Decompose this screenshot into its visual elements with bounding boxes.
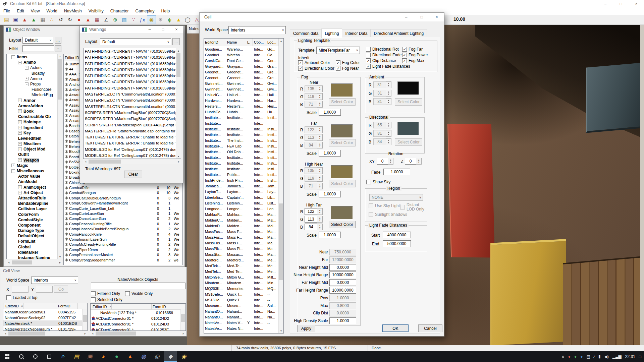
objects-filter-input[interactable] — [91, 283, 185, 289]
select-color-button[interactable]: Select Color — [329, 98, 356, 106]
fog-field-input[interactable]: 0.0000 — [329, 264, 356, 271]
cell-row[interactable]: Institute... Old Rob... Inte... Insti... — [204, 149, 283, 155]
tree-item[interactable]: Instance Naming — [7, 255, 57, 259]
color-b-spinner[interactable]: 31▲▼ — [373, 98, 391, 105]
cell-row[interactable]: Graygard... Graygar... Inte... Gra... — [204, 63, 283, 69]
cell-row[interactable]: NatesVe... Nates V... Y Inte... -- — [204, 320, 283, 325]
tree-item[interactable]: ColorForm — [7, 212, 57, 217]
cells-vscrollbar[interactable] — [82, 309, 87, 331]
menu-item[interactable]: NavMesh — [61, 9, 85, 13]
tree-item[interactable]: CombatStyle — [7, 217, 57, 223]
tab[interactable]: Lighting — [321, 28, 342, 38]
tree-item[interactable]: IdleMarker — [7, 250, 57, 255]
sunlight-shadows-checkbox[interactable]: Sunlight Shadows — [369, 212, 407, 217]
inherit-checkbox[interactable]: Fog Color — [336, 60, 360, 65]
cell-row[interactable]: MedTek... Med-Te... Inte... Me... — [204, 268, 283, 274]
menu-item[interactable]: Character — [107, 9, 132, 13]
hidden-icons-caret[interactable]: ∧ — [561, 355, 565, 359]
cortana-icon[interactable] — [28, 351, 42, 362]
cell-row[interactable]: Libertalia... Captain'... Inte... Lib... — [204, 194, 283, 200]
network-icon[interactable]: ▂▄▆ — [612, 355, 622, 359]
tree-item[interactable]: + Key — [7, 130, 57, 136]
warning-row[interactable]: PATHFINDING:<CURRENT> NAVM " (01016359)N… — [84, 67, 175, 73]
fog-r-spinner[interactable]: 135▲▼ — [305, 167, 323, 174]
close-icon[interactable]: × — [429, 13, 444, 21]
cell-row[interactable]: NahantO... Nahant... Inte... Na... — [204, 308, 283, 314]
objects-hscrollbar[interactable]: ◄ ► — [90, 331, 186, 336]
inherit-checkbox[interactable]: Fog Near — [336, 66, 360, 71]
maximize-icon[interactable]: □ — [156, 26, 170, 33]
tree-item[interactable]: + Holotape — [7, 119, 57, 125]
edge-icon[interactable]: e — [56, 351, 70, 362]
fog-g-spinner[interactable]: 119▲▼ — [305, 175, 323, 182]
object-list-row[interactable]: CompCaitDoubleBarrelShotgun 0 3 We — [64, 195, 182, 200]
minimize-icon[interactable]: – — [143, 26, 156, 33]
tree-item[interactable]: Damage Type — [7, 228, 57, 233]
version-control-red-icon[interactable]: ▲ — [20, 15, 29, 24]
layout-select[interactable]: Default — [22, 37, 53, 44]
cell-row[interactable]: MS13Ho... Quick T... Inte... -- — [204, 297, 283, 303]
warning-row[interactable]: MODELS:3D for Ref 'CeilingLamp01' (01012… — [84, 146, 175, 153]
tree-expand-icon[interactable]: − — [11, 55, 15, 59]
cell-row[interactable]: Institute... Institute... Inte... Insti.… — [204, 155, 283, 160]
warning-row[interactable]: SCRIPTS:REFR 'xMarkerxFlagBlue' (0007270… — [84, 110, 175, 116]
warning-row[interactable]: PATHFINDING:<CURRENT> NAVM " (01016359)N… — [84, 54, 175, 60]
fog-field-input[interactable]: 1.0000 — [329, 295, 356, 301]
cell-row[interactable]: Goodnei... Wareho... Inte... Go... — [204, 52, 283, 58]
cell-row[interactable]: Greenet... Greenet... Inte... Gre... — [204, 75, 283, 80]
menu-item[interactable]: Gameplay — [132, 9, 158, 13]
ok-button[interactable]: OK — [382, 324, 409, 332]
cell-row[interactable]: MassFus... Mass F... Inte... Ma... — [204, 234, 283, 240]
grass-toggle-icon[interactable]: ψ — [165, 15, 174, 24]
inherit-checkbox[interactable]: Ambient Color — [298, 60, 334, 65]
tree-expand-icon[interactable]: + — [18, 126, 22, 129]
template-select[interactable]: MineTemplateFar — [316, 47, 360, 54]
world-icon[interactable]: ⊕ — [111, 15, 120, 24]
cell-view-row[interactable]: NatesVersteck * 01001EDB — [3, 320, 87, 326]
object-list-row[interactable]: CombatShotgun 0 10 We — [64, 190, 182, 195]
redo-icon[interactable]: ↻ — [65, 15, 74, 24]
tree-item[interactable]: + Ingredient — [7, 125, 57, 130]
tree-item[interactable]: AttractionRule — [7, 195, 57, 201]
tray-blue-app-icon[interactable]: ● — [580, 355, 583, 359]
object-list-row[interactable]: CompCurieLaserGun 0 1 We — [64, 211, 182, 216]
visible-only-checkbox[interactable]: Visible Only — [125, 291, 153, 296]
tree-item[interactable]: BendableSpline — [7, 201, 57, 206]
select-color-button[interactable]: Select Color — [329, 139, 356, 146]
cell-view-row[interactable]: NahantOceanSociety02 0007FF42 — [3, 315, 87, 320]
tree-expand-icon[interactable]: + — [11, 164, 15, 167]
x-input[interactable] — [12, 286, 29, 293]
tree-expand-icon[interactable]: + — [18, 131, 22, 135]
objects-vscrollbar[interactable] — [180, 309, 185, 331]
taskbar-clock[interactable]: 22:31 — [625, 354, 635, 359]
cell-row[interactable]: GorskiCa... Root Ce... Inte... Gor... — [204, 58, 283, 63]
cell-row[interactable]: Greenet... Greenet... Inte... Gre... — [204, 69, 283, 75]
object-list-row[interactable]: CompMcCreadyHuntingRifle 0 2 We — [64, 242, 182, 247]
tree-expand-icon[interactable]: + — [18, 158, 22, 162]
object-list-row[interactable]: CompStrongSledgehammer 0 2 we — [64, 257, 182, 262]
filter-input[interactable] — [22, 45, 54, 52]
cell-row[interactable]: MassFus... Mass F... Inte... Ma... — [204, 240, 283, 246]
cell-row[interactable]: MaldenD... Malden... Inte... Mal... — [204, 223, 283, 229]
tree-item[interactable]: MirelurkEgg — [7, 92, 57, 98]
menu-item[interactable]: Visibility — [85, 9, 107, 13]
menu-item[interactable]: Edit — [13, 9, 28, 13]
file-explorer-icon[interactable]: ▤ — [70, 351, 83, 362]
warning-row[interactable]: MASTERFILE:File 'StarterNoraNate.esp' co… — [84, 128, 175, 134]
tree-item[interactable]: Global — [7, 244, 57, 250]
tree-expand-icon[interactable]: + — [25, 77, 29, 80]
loaded-at-top-checkbox[interactable]: Loaded at top — [6, 295, 37, 300]
fog-field-input[interactable]: 0.0000 — [329, 279, 356, 286]
select-color-button[interactable]: Select Color — [329, 221, 356, 228]
color-b-spinner[interactable]: 84▲▼ — [373, 138, 391, 145]
battery-icon[interactable]: ▮ — [598, 355, 601, 359]
object-list-row[interactable]: CompHancockKnife 0 4 We — [64, 232, 182, 237]
cell-dialog-title-bar[interactable]: Cell – □ × — [200, 13, 444, 21]
fog-scale-input[interactable]: 1.0000 — [319, 109, 341, 116]
fog-b-spinner[interactable]: 71▲▼ — [305, 183, 323, 189]
tablet-input-icon[interactable]: ▤ — [587, 355, 590, 359]
volume-icon[interactable]: ◀) — [604, 355, 609, 359]
cell-row[interactable]: MQ203K... Memories Inte... MQ... — [204, 286, 283, 291]
cell-row[interactable]: MS10Ele... Quick T... Inte... -- — [204, 291, 283, 297]
snap-grid-icon[interactable]: ▦ — [93, 15, 102, 24]
